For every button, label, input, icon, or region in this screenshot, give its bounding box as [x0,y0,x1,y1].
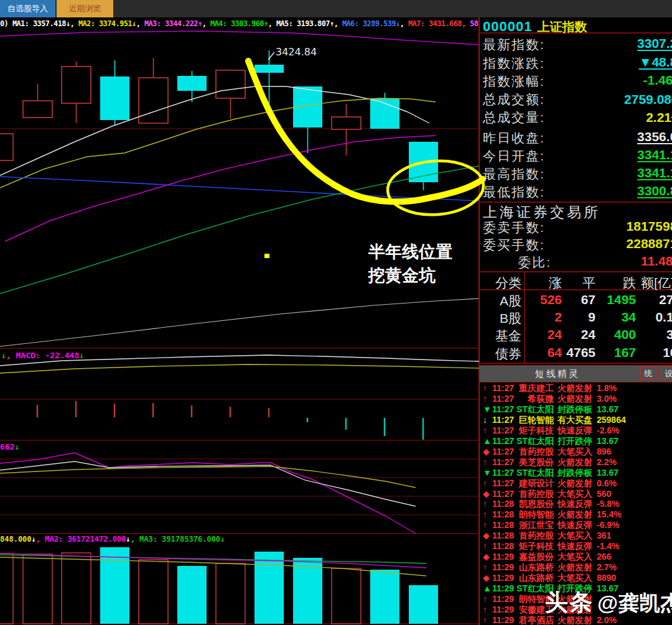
alert-arrow-icon: ◆ [483,573,492,583]
alert-arrow-icon: ◆ [483,447,492,456]
text-segment: MA4: 3303.960↑ [210,19,268,28]
category-cell: 526 [540,292,562,307]
text-segment: , [334,19,342,28]
alert-row[interactable]: ↓11:27巨轮智能有大买盘259864 [480,415,672,425]
alert-value: 3.0% [597,394,617,404]
alert-time: 11:27 [492,383,514,393]
alert-value: -2.6% [597,425,620,435]
alert-row[interactable]: ◆11:27首药控股大笔买入896 [480,447,672,457]
annotation-line1: 半年线位置 [368,240,452,264]
alert-action: 快速反弹 [558,425,592,437]
text-segment: , [202,19,210,28]
text-segment: MA6: 3289.539↓ [342,19,400,28]
alert-row[interactable]: ↑11:27希荻微火箭发射3.0% [480,394,672,404]
settings-button[interactable]: 设 [661,367,672,379]
category-row[interactable]: A股5266714952758 [480,292,672,308]
alert-row[interactable]: ◆11:27首药控股大笔买入560 [480,489,672,499]
alert-row[interactable]: ◆11:29嘉益股份大笔买入266 [480,552,672,562]
quote-label: 昨日收盘: [483,129,545,147]
alert-action: 大笔买入 [558,573,592,584]
quote-header: 000001上证指数 [483,19,587,35]
committee-label: 委比: [518,254,551,271]
alert-row[interactable]: ▼11:27ST红太阳封跌停板13.67 [480,404,672,415]
text-segment: MA5: 3193.807↑ [276,19,334,28]
stats-button[interactable]: 统 [640,367,656,379]
volume-bar-down [293,558,322,624]
candle-body-down [100,76,129,120]
ma-purple-top [0,31,479,45]
alert-arrow-icon: ↑ [483,615,492,625]
alert-action: 快速反弹 [558,499,592,510]
category-cell: 24 [581,327,595,342]
quote-label: 最低指数: [483,183,545,201]
quote-row: 总成交量:2.21亿 [480,109,672,125]
category-cell: B股 [500,310,521,327]
alert-action: 大笔买入 [558,447,592,458]
alert-arrow-icon: ▲ [483,436,492,446]
alert-value: 361 [597,530,611,540]
price-callout: 3424.84 [276,46,317,58]
alert-row[interactable]: ◆11:29山东路桥大笔买入8890 [480,573,672,583]
alert-time: 11:28 [492,530,514,540]
alert-row[interactable]: ▲11:27ST红太阳打开跌停13.67 [480,436,672,447]
volume-bar-up [332,568,361,624]
alert-stock-name: 山东路桥 [516,562,554,573]
alert-row[interactable]: ↑11:27建研设计火箭发射0.6% [480,478,672,489]
category-cell: 16.4 [663,345,672,360]
alert-row[interactable]: ↑11:28矩子科技快速反弹-1.4% [480,541,672,552]
quote-value: -1.46% [643,73,672,88]
alert-stock-name: 希荻微 [516,394,554,405]
stock-app-window: 自选股导入 近期浏览 0) MA1: 3357.418↓, MA2: 3374.… [0,0,672,625]
alert-action: 封跌停板 [558,468,592,479]
volume-bar-up [0,553,13,624]
committee-label: 委买手数: [483,236,545,254]
alert-row[interactable]: ↑11:28朗特智能火箭发射15.4% [480,509,672,520]
watermark: 头条@龚凯杰 [545,587,672,618]
alert-stock-name: ST红太阳 [516,404,554,415]
alert-arrow-icon: ▼ [483,404,492,414]
category-cell: 债券 [495,345,521,363]
alert-row[interactable]: ↑11:27美芝股份火箭发射2.2% [480,457,672,468]
alert-value: 13.67 [597,468,618,478]
alert-time: 11:27 [492,436,514,446]
alert-time: 11:28 [492,509,514,519]
alert-row[interactable]: ↑11:27重庆建工火箭发射1.8% [480,383,672,394]
text-segment: ↓ [79,351,84,360]
alert-value: 13.67 [597,404,618,414]
category-row[interactable]: 基金2424400365 [480,327,672,343]
alert-row[interactable]: ↑11:27矩子科技快速反弹-2.6% [480,425,672,436]
category-cell: A股 [500,292,521,310]
alert-value: 896 [597,447,611,456]
alert-stock-name: 朗特智能 [516,509,554,521]
committee-value: 11.48% [641,254,672,269]
alert-row[interactable]: ↑11:29山东路桥火箭发射2.7% [480,562,672,573]
alert-value: 2.2% [597,457,617,467]
text-segment: 848.000 [0,535,32,544]
alert-row[interactable]: ▼11:27ST红太阳封跌停板13.67 [480,468,672,478]
shortline-genie-bar: 短线精灵 统 设 [480,365,672,382]
alert-stock-name: 山东路桥 [516,573,554,584]
alert-row[interactable]: ↑11:28凯恩股份快速反弹-5.8% [480,499,672,509]
alert-value: -1.4% [597,541,620,551]
category-header: 平 [582,274,595,292]
alert-stock-name: 矩子科技 [516,425,554,437]
alert-row[interactable]: ◆11:28首药控股大笔买入361 [480,530,672,541]
text-segment: , MA2: 361721472.000 [36,535,126,544]
committee-row: 委卖手数:18175984 [480,219,672,235]
volume-bar-up [62,553,91,624]
alert-arrow-icon: ↑ [483,541,492,551]
alert-row[interactable]: ↑11:28浙江世宝快速反弹-6.9% [480,520,672,530]
alert-time: 11:29 [492,573,514,583]
alert-action: 快速反弹 [558,541,592,552]
alert-arrow-icon: ↑ [483,383,492,393]
stock-code: 000001 [483,19,532,34]
category-cell: 2758 [659,292,672,307]
category-cell: 64 [548,345,562,360]
committee-value: 22888712 [627,236,672,251]
category-row[interactable]: 债券64476516716.4 [480,345,672,361]
alert-arrow-icon: ▼ [483,468,492,478]
category-row[interactable]: B股29340.123 [480,310,672,326]
category-cell: 2 [554,310,562,325]
alert-action: 火箭发射 [558,562,592,573]
category-cell: 167 [614,345,636,360]
